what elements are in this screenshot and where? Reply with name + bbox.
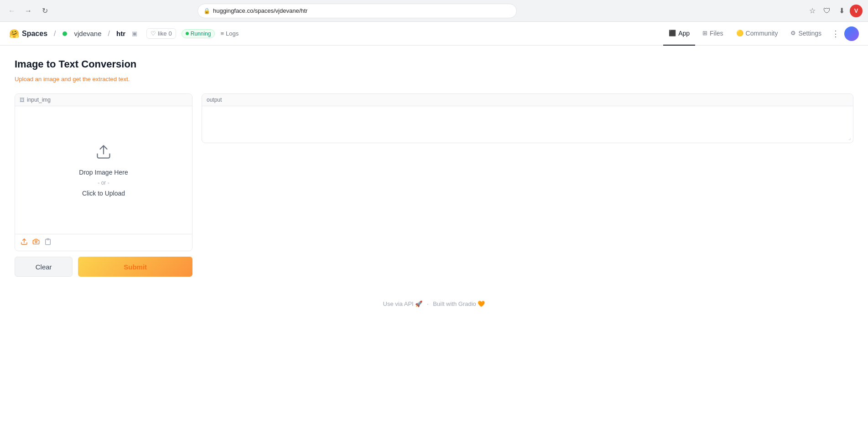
nav-slash: / <box>108 30 110 38</box>
logs-icon: ≡ <box>220 30 224 37</box>
nav-tabs: ⬛ App ⊞ Files 🟡 Community ⚙ Settings ⋮ <box>663 22 859 46</box>
app-layout: 🖼 input_img Drop Image Here - or - Click… <box>15 93 853 277</box>
resize-handle[interactable]: ⌟ <box>848 134 851 141</box>
submit-button[interactable]: Submit <box>78 257 192 277</box>
camera-toolbar-icon[interactable] <box>32 238 40 247</box>
tab-files-label: Files <box>710 30 723 37</box>
input-panel: 🖼 input_img Drop Image Here - or - Click… <box>15 93 192 277</box>
footer-dot: · <box>427 300 429 307</box>
running-label: Running <box>191 31 211 37</box>
drop-zone[interactable]: Drop Image Here - or - Click to Upload <box>15 106 192 234</box>
running-dot <box>186 32 189 35</box>
input-panel-inner: 🖼 input_img Drop Image Here - or - Click… <box>15 93 192 251</box>
tab-settings-label: Settings <box>798 30 821 37</box>
upload-toolbar-icon[interactable] <box>21 238 28 247</box>
app-navbar: 🤗 Spaces / vjdevane / htr ▣ ♡ like 0 Run… <box>0 22 868 46</box>
browser-right-icons: ☆ 🛡 ⬇ V <box>806 5 863 17</box>
output-panel-body[interactable]: ⌟ <box>202 106 853 143</box>
browser-user-avatar[interactable]: V <box>850 5 863 17</box>
url-text: huggingface.co/spaces/vjdevane/htr <box>213 7 511 14</box>
spaces-emoji: 🤗 <box>9 29 19 39</box>
page-title: Image to Text Conversion <box>15 58 853 70</box>
drop-main-text: Drop Image Here <box>79 169 128 176</box>
heart-icon: ♡ <box>151 30 156 37</box>
input-panel-header: 🖼 input_img <box>15 94 192 106</box>
input-panel-label: input_img <box>27 97 51 103</box>
image-icon: 🖼 <box>20 97 25 103</box>
logs-button[interactable]: ≡ Logs <box>220 30 239 37</box>
address-bar[interactable]: 🔒 huggingface.co/spaces/vjdevane/htr <box>198 4 517 18</box>
tab-community[interactable]: 🟡 Community <box>731 22 784 46</box>
copy-icon[interactable]: ▣ <box>132 30 137 37</box>
output-panel-header: output <box>202 94 853 106</box>
community-icon: 🟡 <box>736 30 743 36</box>
svg-point-2 <box>35 241 37 243</box>
upload-icon <box>95 144 112 163</box>
download-button[interactable]: ⬇ <box>835 5 848 17</box>
footer: Use via API 🚀 · Built with Gradio 🧡 <box>0 286 868 315</box>
gradio-emoji: 🧡 <box>478 300 485 307</box>
tab-settings[interactable]: ⚙ Settings <box>785 22 827 46</box>
bookmark-button[interactable]: ☆ <box>806 5 819 17</box>
extension-button[interactable]: 🛡 <box>821 5 833 17</box>
files-icon: ⊞ <box>702 30 707 36</box>
logs-label: Logs <box>226 30 239 37</box>
secure-icon: 🔒 <box>203 8 210 14</box>
drop-click-text: Click to Upload <box>82 190 125 197</box>
browser-chrome: ← → ↻ 🔒 huggingface.co/spaces/vjdevane/h… <box>0 0 868 22</box>
page-subtitle: Upload an image and get the extracted te… <box>15 76 853 83</box>
tab-app[interactable]: ⬛ App <box>663 22 695 46</box>
like-count: 0 <box>169 30 172 37</box>
back-button[interactable]: ← <box>5 5 18 17</box>
settings-icon: ⚙ <box>790 30 796 36</box>
user-status-dot <box>62 31 67 36</box>
drop-or-text: - or - <box>98 180 109 186</box>
profile-avatar[interactable] <box>844 26 859 41</box>
api-emoji: 🚀 <box>415 300 422 307</box>
nav-separator: / <box>54 30 56 38</box>
tab-community-label: Community <box>746 30 778 37</box>
action-buttons: Clear Submit <box>15 257 192 277</box>
tab-files[interactable]: ⊞ Files <box>697 22 729 46</box>
nav-username: vjdevane <box>74 30 102 37</box>
nav-reponame: htr <box>116 30 125 37</box>
reload-button[interactable]: ↻ <box>38 5 51 17</box>
clear-button[interactable]: Clear <box>15 257 73 277</box>
more-options-button[interactable]: ⋮ <box>829 27 842 41</box>
main-content: Image to Text Conversion Upload an image… <box>0 46 868 286</box>
api-label: Use via API <box>383 300 414 307</box>
like-button[interactable]: ♡ like 0 <box>146 28 176 39</box>
input-panel-toolbar <box>15 234 192 251</box>
spaces-label: Spaces <box>22 30 47 38</box>
like-label: like <box>158 30 167 37</box>
output-panel: output ⌟ <box>202 93 853 143</box>
built-label: Built with Gradio <box>433 300 476 307</box>
tab-app-label: App <box>678 30 690 37</box>
spaces-logo[interactable]: 🤗 Spaces <box>9 29 47 39</box>
clipboard-toolbar-icon[interactable] <box>44 238 52 247</box>
app-icon: ⬛ <box>669 30 676 36</box>
forward-button[interactable]: → <box>22 5 35 17</box>
svg-rect-3 <box>47 238 49 240</box>
output-label: output <box>207 97 222 103</box>
running-badge: Running <box>182 29 215 38</box>
